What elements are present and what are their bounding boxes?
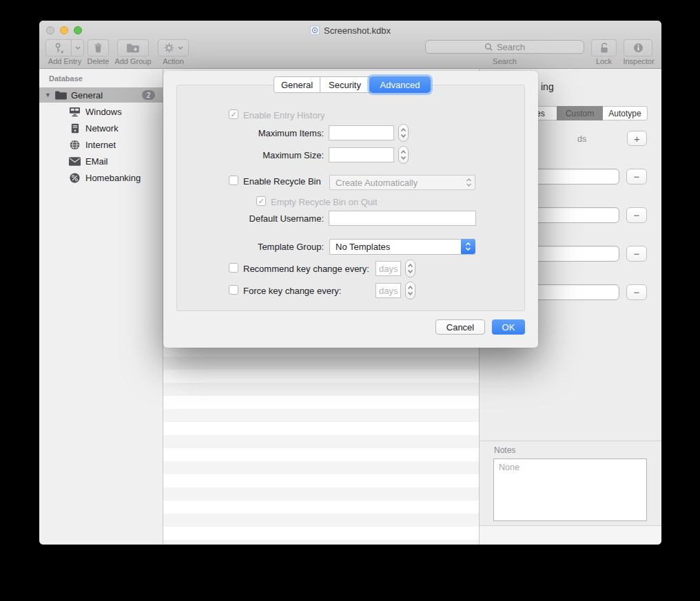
maximum-items-label: Maximum Items: (172, 128, 324, 138)
padlock-open-icon (599, 42, 610, 54)
add-entry-dropdown-icon[interactable] (72, 46, 83, 50)
tab-advanced[interactable]: Advanced (369, 76, 431, 93)
recommend-days-stepper[interactable] (405, 260, 415, 277)
minus-icon: − (634, 171, 640, 182)
entry-list-row (163, 422, 479, 435)
empty-recycle-bin-label: Empty Recycle Bin on Quit (271, 197, 378, 207)
trash-icon (92, 42, 104, 54)
folder-icon (55, 91, 67, 100)
force-key-change-label: Force key change every: (243, 286, 341, 296)
remove-custom-field-button[interactable]: − (626, 284, 647, 300)
template-group-value: No Templates (336, 242, 390, 252)
entry-list-row (163, 514, 479, 527)
enable-recycle-bin-checkbox[interactable] (229, 176, 238, 185)
add-entry-label: Add Entry (42, 57, 88, 66)
remove-custom-field-button[interactable]: − (626, 169, 647, 184)
add-group-label: Add Group (111, 57, 155, 66)
sidebar-item-general[interactable]: ▼ General 2 (39, 87, 163, 103)
sidebar-item-email[interactable]: EMail (39, 153, 163, 169)
sidebar-item-label: Internet (85, 140, 116, 150)
inspector-tab-custom[interactable]: Custom (557, 106, 603, 120)
template-group-label: Template Group: (172, 242, 324, 252)
cancel-button[interactable]: Cancel (435, 319, 485, 335)
force-key-change-checkbox[interactable] (229, 285, 238, 295)
custom-fields-label-fragment: ds (577, 134, 586, 144)
force-days-stepper[interactable] (405, 282, 415, 299)
minus-icon: − (634, 209, 640, 221)
disclosure-triangle-icon[interactable]: ▼ (45, 92, 51, 98)
recommend-days-input[interactable] (375, 261, 401, 276)
sidebar-item-label: Homebanking (85, 173, 141, 183)
minus-icon: − (634, 248, 640, 260)
add-group-button[interactable] (117, 39, 149, 56)
computers-icon (69, 107, 81, 117)
info-icon (632, 42, 644, 54)
maximum-items-input[interactable] (329, 125, 394, 140)
remove-custom-field-button[interactable]: − (626, 246, 647, 262)
empty-recycle-bin-checkbox[interactable]: ✓ (256, 196, 266, 206)
window-title-row: Screenshot.kdbx (39, 25, 661, 36)
search-label: Search (425, 57, 584, 66)
enable-recycle-bin-label: Enable Recycle Bin (243, 176, 321, 187)
force-days-input[interactable] (375, 283, 401, 298)
tab-security[interactable]: Security (320, 76, 370, 93)
envelope-icon (69, 157, 81, 166)
lock-button[interactable] (591, 39, 617, 56)
lock-label: Lock (591, 57, 617, 66)
maximum-size-stepper[interactable] (398, 146, 409, 164)
default-username-input[interactable] (329, 211, 476, 226)
recycle-bin-mode-popup[interactable]: Create Automatically (329, 175, 475, 190)
entry-list-row (163, 409, 479, 422)
folder-plus-icon (126, 43, 140, 54)
entry-list-row (163, 448, 479, 461)
notes-textarea[interactable] (493, 458, 647, 521)
remove-custom-field-button[interactable]: − (626, 207, 647, 223)
entry-list-row (163, 383, 479, 396)
divider (480, 441, 661, 441)
maximum-size-input[interactable] (329, 147, 394, 162)
entry-list-row (163, 435, 479, 448)
inspector-label: Inspector (621, 57, 656, 66)
tab-general[interactable]: General (274, 76, 320, 93)
sidebar-item-homebanking[interactable]: Homebanking (39, 169, 163, 186)
delete-label: Delete (83, 57, 113, 66)
server-icon (69, 123, 81, 134)
recommend-key-change-label: Recommend key change every: (243, 264, 369, 274)
entry-list-row (163, 527, 479, 540)
minus-icon: − (634, 286, 640, 298)
action-label: Action (158, 57, 189, 66)
add-entry-button[interactable] (45, 39, 84, 56)
key-plus-icon (46, 42, 71, 54)
enable-entry-history-label: Enable Entry History (243, 110, 325, 120)
window-title: Screenshot.kdbx (324, 25, 391, 36)
sidebar-item-windows[interactable]: Windows (39, 103, 163, 120)
entry-list-row (163, 461, 479, 474)
sidebar-item-label: Windows (85, 107, 122, 117)
sidebar-item-label: General (71, 90, 103, 101)
delete-button[interactable] (88, 39, 109, 56)
maximum-size-label: Maximum Size: (172, 150, 324, 160)
popup-chevrons-icon (466, 178, 472, 187)
inspector-footer (480, 526, 661, 545)
inspector-button[interactable] (624, 39, 652, 56)
action-dropdown-icon (178, 46, 183, 50)
sidebar-item-label: Network (85, 123, 119, 134)
entry-list-row (163, 357, 479, 370)
recommend-key-change-checkbox[interactable] (229, 263, 238, 273)
template-group-popup[interactable]: No Templates (329, 239, 475, 255)
entry-list-row (163, 396, 479, 409)
ok-button[interactable]: OK (492, 319, 525, 335)
inspector-tab-autotype[interactable]: Autotype (603, 106, 648, 120)
entry-list-row (163, 487, 479, 500)
search-placeholder: Search (497, 42, 525, 52)
search-input[interactable]: Search (425, 40, 584, 54)
action-button[interactable] (158, 39, 189, 56)
maximum-items-stepper[interactable] (398, 124, 409, 142)
sidebar-item-internet[interactable]: Internet (39, 136, 163, 153)
add-custom-field-button[interactable]: + (627, 131, 647, 146)
entry-list-row (163, 500, 479, 514)
enable-entry-history-checkbox[interactable]: ✓ (229, 109, 238, 119)
sidebar-item-network[interactable]: Network (39, 120, 163, 136)
desktop-background: Screenshot.kdbx Add Entry Delete (0, 0, 700, 601)
entry-list-row (163, 540, 479, 545)
